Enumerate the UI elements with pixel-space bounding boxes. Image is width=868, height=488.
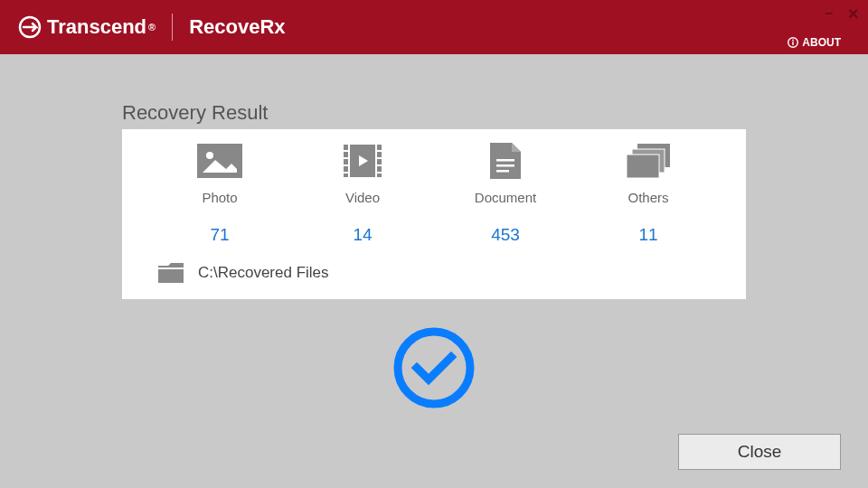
svg-rect-19 [496, 170, 509, 173]
brand: Transcend ® RecoveRx [0, 14, 286, 41]
svg-rect-15 [377, 166, 382, 172]
document-icon [490, 143, 521, 179]
header: Transcend ® RecoveRx − ✕ ABOUT [0, 0, 868, 54]
svg-rect-4 [197, 144, 242, 178]
success-icon [122, 326, 746, 409]
svg-rect-13 [377, 152, 382, 157]
svg-point-24 [398, 332, 470, 404]
info-icon [788, 37, 798, 48]
result-count: 453 [491, 225, 520, 245]
brand-logo: Transcend ® [18, 15, 156, 39]
window-controls: − ✕ [825, 5, 859, 23]
about-label: ABOUT [802, 36, 841, 49]
svg-rect-18 [496, 164, 514, 167]
svg-rect-9 [344, 159, 348, 164]
svg-rect-14 [377, 159, 382, 164]
svg-rect-10 [344, 166, 348, 172]
svg-point-2 [792, 40, 794, 42]
svg-rect-8 [344, 152, 348, 157]
others-icon [627, 143, 670, 179]
result-grid: Photo 71 Video 14 [158, 143, 710, 245]
result-label: Video [345, 190, 380, 205]
transcend-logo-icon [18, 15, 42, 39]
result-label: Document [475, 190, 536, 205]
svg-rect-23 [158, 269, 184, 283]
close-button[interactable]: Close [678, 434, 841, 470]
folder-icon [158, 263, 184, 283]
svg-rect-22 [627, 155, 659, 178]
result-count: 14 [353, 225, 372, 245]
result-photo: Photo 71 [165, 143, 274, 245]
result-document: Document 453 [451, 143, 560, 245]
svg-rect-17 [496, 159, 514, 162]
result-others: Others 11 [594, 143, 703, 245]
recovery-path-row: C:\Recovered Files [158, 263, 710, 283]
svg-point-5 [206, 152, 213, 159]
result-count: 11 [638, 225, 657, 245]
product-title: RecoveRx [189, 15, 285, 39]
photo-icon [197, 143, 242, 179]
video-icon [344, 143, 382, 179]
svg-rect-3 [793, 42, 794, 45]
panel-title: Recovery Result [122, 101, 746, 125]
minimize-button[interactable]: − [825, 5, 833, 23]
registered-mark: ® [148, 22, 156, 33]
brand-text: Transcend [47, 15, 146, 39]
result-panel: Photo 71 Video 14 [122, 129, 746, 299]
svg-rect-11 [344, 174, 348, 177]
brand-divider [172, 14, 173, 41]
svg-rect-12 [377, 145, 382, 150]
about-link[interactable]: ABOUT [788, 36, 841, 49]
close-window-button[interactable]: ✕ [847, 5, 859, 23]
svg-rect-7 [344, 145, 348, 150]
svg-rect-16 [377, 174, 382, 177]
content: Recovery Result Photo 71 [0, 101, 868, 409]
result-video: Video 14 [308, 143, 417, 245]
result-label: Photo [202, 190, 237, 205]
recovery-path: C:\Recovered Files [198, 264, 329, 282]
result-count: 71 [210, 225, 229, 245]
result-label: Others [627, 190, 668, 205]
